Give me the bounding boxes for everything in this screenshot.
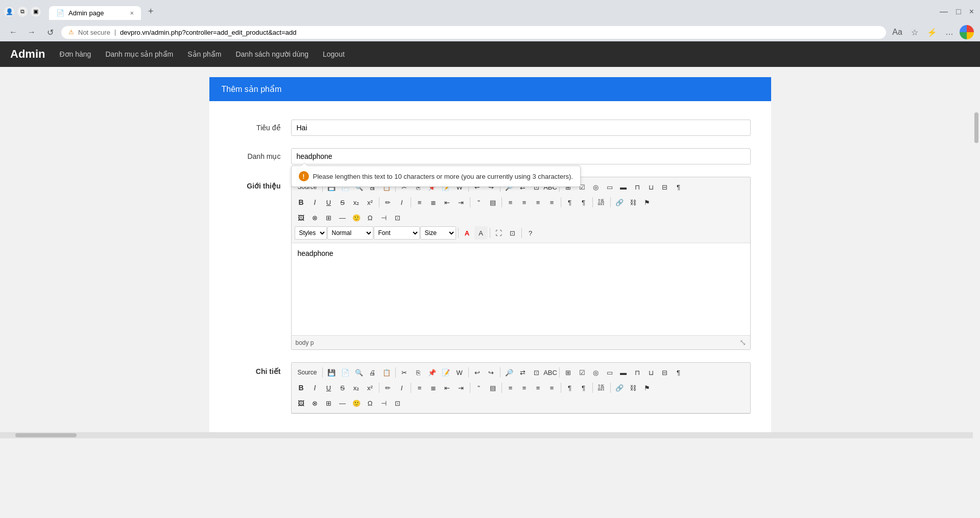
- toolbar-more-btn[interactable]: ¶: [672, 180, 685, 194]
- extensions-icon[interactable]: ⧉: [17, 7, 28, 17]
- d-button-btn[interactable]: ⊔: [644, 366, 658, 379]
- d-spellcheck-btn[interactable]: ABC: [544, 366, 557, 379]
- d-hidden-btn[interactable]: ⊟: [658, 366, 672, 379]
- d-align-right-btn[interactable]: ≡: [532, 381, 545, 394]
- intro-editor-content[interactable]: headphone: [292, 243, 750, 335]
- d-table-btn[interactable]: ⊞: [562, 366, 575, 379]
- outdent-btn[interactable]: ⇤: [441, 196, 454, 209]
- d-redo-btn[interactable]: ↪: [485, 366, 498, 379]
- strikethrough-btn[interactable]: S: [336, 196, 349, 209]
- title-input[interactable]: [291, 120, 751, 136]
- detail-source-button[interactable]: Source: [295, 366, 320, 379]
- fontcolor-btn[interactable]: A: [461, 226, 474, 240]
- bidi-ltr-btn[interactable]: ¶: [563, 196, 577, 209]
- hiddenfield-btn[interactable]: ⊟: [658, 180, 672, 194]
- d-link-btn[interactable]: 🔗: [613, 381, 626, 394]
- font-select[interactable]: Font: [374, 226, 420, 240]
- d-textfield-btn[interactable]: ▭: [603, 366, 616, 379]
- d-textarea-btn[interactable]: ▬: [617, 366, 630, 379]
- d-find-btn[interactable]: 🔎: [503, 366, 516, 379]
- textarea-btn[interactable]: ▬: [617, 180, 630, 194]
- active-tab[interactable]: 📄 Admin page ×: [49, 6, 141, 20]
- textfield-btn[interactable]: ▭: [603, 180, 616, 194]
- forward-button[interactable]: →: [25, 25, 39, 39]
- d-strikethrough-btn[interactable]: S: [336, 381, 349, 394]
- d-table2-btn[interactable]: ⊞: [322, 396, 336, 410]
- flash-btn[interactable]: ⊗: [308, 211, 322, 224]
- select-btn[interactable]: ⊓: [631, 180, 644, 194]
- d-align-center-btn[interactable]: ≡: [518, 381, 531, 394]
- nav-products[interactable]: Sản phẩm: [187, 48, 221, 60]
- d-rtl-btn[interactable]: ¶: [577, 381, 590, 394]
- nav-users[interactable]: Danh sách người dùng: [235, 48, 308, 60]
- align-justify-btn[interactable]: ≡: [545, 196, 559, 209]
- language-btn[interactable]: 語: [595, 196, 608, 209]
- d-underline-btn[interactable]: U: [322, 381, 336, 394]
- d-replace-btn[interactable]: ⇄: [516, 366, 530, 379]
- maximize-button[interactable]: □: [954, 6, 963, 17]
- d-ul-btn[interactable]: ≣: [427, 381, 440, 394]
- align-left-btn[interactable]: ≡: [504, 196, 517, 209]
- d-creatediv-btn[interactable]: ▤: [486, 381, 499, 394]
- table2-btn[interactable]: ⊞: [322, 211, 336, 224]
- showblocks-btn[interactable]: ⊡: [506, 226, 519, 240]
- d-anchor-btn[interactable]: ⚑: [640, 381, 654, 394]
- align-right-btn[interactable]: ≡: [532, 196, 545, 209]
- d-bold-btn[interactable]: B: [295, 381, 308, 394]
- creatediv-btn[interactable]: ▤: [486, 196, 499, 209]
- d-hline-btn[interactable]: —: [336, 396, 349, 410]
- d-image-btn[interactable]: 🖼: [295, 396, 308, 410]
- d-new-btn[interactable]: 📄: [339, 366, 352, 379]
- close-window-button[interactable]: ×: [967, 6, 976, 17]
- bookmark-button[interactable]: ☆: [907, 25, 922, 39]
- reader-mode-button[interactable]: Aa: [890, 25, 904, 39]
- minimize-button[interactable]: —: [938, 6, 950, 17]
- refresh-button[interactable]: ↺: [43, 25, 57, 39]
- maximize-btn[interactable]: ⛶: [492, 226, 506, 240]
- favorites-button[interactable]: ⚡: [925, 25, 939, 39]
- underline-btn[interactable]: U: [322, 196, 336, 209]
- image-btn[interactable]: 🖼: [295, 211, 308, 224]
- d-preview-btn[interactable]: 🔍: [352, 366, 366, 379]
- sidebar-icon[interactable]: ▣: [31, 7, 41, 17]
- styles-select[interactable]: Styles: [295, 226, 327, 240]
- d-superscript-btn[interactable]: x²: [364, 381, 377, 394]
- subscript-btn[interactable]: x₂: [350, 196, 363, 209]
- unlink-btn[interactable]: ⛓: [627, 196, 640, 209]
- fontbg-btn[interactable]: A: [474, 226, 488, 240]
- indent-btn[interactable]: ⇥: [455, 196, 468, 209]
- d-copy-btn[interactable]: ⎘: [412, 366, 425, 379]
- new-tab-button[interactable]: +: [143, 3, 159, 20]
- unorderedlist-btn[interactable]: ≣: [427, 196, 440, 209]
- d-template-btn[interactable]: 📋: [380, 366, 393, 379]
- bidi-rtl-btn[interactable]: ¶: [577, 196, 590, 209]
- d-undo-btn[interactable]: ↩: [471, 366, 484, 379]
- anchor-btn[interactable]: ⚑: [640, 196, 654, 209]
- scrollbar-right[interactable]: [973, 102, 980, 438]
- d-flash-btn[interactable]: ⊗: [308, 396, 322, 410]
- d-omega-btn[interactable]: Ω: [364, 396, 377, 410]
- d-radio-btn[interactable]: ◎: [589, 366, 603, 379]
- d-paste-btn[interactable]: 📌: [425, 366, 439, 379]
- removeformat-btn[interactable]: ✏: [381, 196, 395, 209]
- radio-btn[interactable]: ◎: [589, 180, 603, 194]
- d-italic-btn[interactable]: I: [308, 381, 322, 394]
- resize-handle[interactable]: ⤡: [739, 338, 746, 347]
- d-more-btn[interactable]: ¶: [672, 366, 685, 379]
- scrollbar-right-thumb[interactable]: [974, 112, 978, 143]
- scrollbar-bottom[interactable]: [0, 432, 980, 438]
- d-indent-btn[interactable]: ⇥: [455, 381, 468, 394]
- hline-btn[interactable]: —: [336, 211, 349, 224]
- d-select-all-btn[interactable]: ⊡: [530, 366, 543, 379]
- d-removeformat-btn[interactable]: ✏: [381, 381, 395, 394]
- d-select-btn[interactable]: ⊓: [631, 366, 644, 379]
- help-btn[interactable]: ?: [524, 226, 537, 240]
- d-paste-word-btn[interactable]: W: [453, 366, 466, 379]
- profile-icon[interactable]: 👤: [4, 7, 14, 17]
- superscript-btn[interactable]: x²: [364, 196, 377, 209]
- category-input[interactable]: [291, 148, 751, 164]
- d-blockquote-btn[interactable]: ": [472, 381, 486, 394]
- bold-btn[interactable]: B: [295, 196, 308, 209]
- d-copyformat-btn[interactable]: I: [395, 381, 409, 394]
- more-button[interactable]: …: [942, 25, 957, 39]
